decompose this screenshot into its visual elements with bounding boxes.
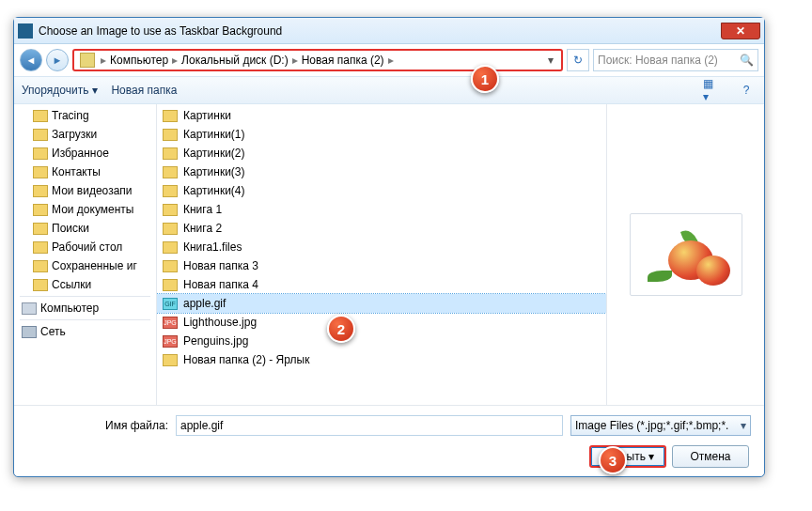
chevron-down-icon: ▾: [92, 84, 98, 97]
search-placeholder: Поиск: Новая папка (2): [598, 54, 718, 67]
app-icon: [18, 23, 33, 39]
folder-icon: [33, 110, 48, 122]
toolbar: Упорядочить▾ Новая папка ▦ ▾ ?: [14, 76, 764, 104]
cancel-button[interactable]: Отмена: [672, 445, 749, 468]
close-button[interactable]: ✕: [721, 23, 760, 39]
tree-item[interactable]: Мои документы: [14, 200, 156, 219]
folder-icon: [163, 110, 178, 122]
network-icon: [22, 326, 37, 338]
list-item[interactable]: Книга1.files: [157, 238, 606, 256]
jpg-icon: JPG: [163, 317, 178, 329]
chevron-right-icon: ▸: [386, 54, 396, 67]
chevron-down-icon[interactable]: ▾: [542, 54, 559, 67]
list-item[interactable]: Картинки: [157, 106, 606, 125]
list-item[interactable]: Картинки(1): [157, 125, 606, 144]
annotation-badge: 2: [327, 315, 355, 343]
folder-icon: [33, 260, 48, 272]
window-title: Choose an Image to use as Taskbar Backgr…: [39, 24, 282, 38]
file-list[interactable]: Картинки Картинки(1) Картинки(2) Картинк…: [157, 104, 606, 405]
folder-icon: [163, 241, 178, 254]
list-item[interactable]: Картинки(4): [157, 181, 606, 200]
folder-icon: [33, 223, 48, 235]
folder-icon: [163, 147, 178, 160]
tree-network[interactable]: Сеть: [14, 322, 156, 341]
tree-item[interactable]: Сохраненные иг: [14, 256, 156, 275]
chevron-right-icon: ▸: [99, 54, 108, 67]
preview-image: [630, 213, 742, 296]
tree-item[interactable]: Tracing: [14, 106, 156, 125]
chevron-down-icon: ▾: [741, 419, 746, 432]
list-item[interactable]: JPGLighthouse.jpg: [157, 313, 606, 332]
folder-icon: [33, 166, 48, 178]
list-item[interactable]: Картинки(3): [157, 163, 606, 181]
folder-icon: [33, 279, 48, 291]
folder-icon: [163, 185, 178, 197]
tree-computer[interactable]: Компьютер: [14, 299, 156, 317]
search-input[interactable]: Поиск: Новая папка (2) 🔍: [593, 49, 758, 71]
folder-icon: [163, 129, 178, 141]
folder-icon: [163, 166, 178, 178]
list-item[interactable]: Новая папка (2) - Ярлык: [157, 350, 606, 369]
nav-tree[interactable]: Tracing Загрузки Избранное Контакты Мои …: [14, 104, 157, 405]
titlebar[interactable]: Choose an Image to use as Taskbar Backgr…: [14, 18, 764, 44]
tree-item[interactable]: Ссылки: [14, 275, 156, 294]
search-icon: 🔍: [740, 54, 754, 67]
folder-icon: [163, 223, 178, 235]
new-folder-button[interactable]: Новая папка: [111, 84, 177, 97]
gif-icon: GIF: [163, 298, 178, 310]
folder-icon: [163, 204, 178, 216]
forward-button[interactable]: ►: [46, 49, 69, 71]
help-button[interactable]: ?: [736, 81, 757, 100]
computer-icon: [22, 302, 37, 315]
annotation-badge: 1: [471, 65, 499, 93]
organize-menu[interactable]: Упорядочить▾: [22, 84, 98, 97]
folder-icon: [33, 241, 48, 254]
tree-item[interactable]: Рабочий стол: [14, 238, 156, 256]
list-item[interactable]: JPGPenguins.jpg: [157, 332, 606, 350]
shortcut-icon: [163, 354, 178, 366]
folder-icon: [163, 260, 178, 272]
list-item[interactable]: Новая папка 3: [157, 256, 606, 275]
chevron-right-icon: ▸: [290, 54, 300, 67]
back-button[interactable]: ◄: [20, 49, 42, 71]
dialog-footer: Имя файла: Image Files (*.jpg;*.gif;*.bm…: [14, 405, 764, 481]
filename-input[interactable]: [176, 415, 563, 436]
preview-pane: [606, 104, 764, 405]
navbar: ◄ ► ▸ Компьютер ▸ Локальный диск (D:) ▸ …: [14, 44, 764, 76]
file-dialog: Choose an Image to use as Taskbar Backgr…: [13, 17, 765, 477]
folder-icon: [33, 147, 48, 160]
tree-item[interactable]: Избранное: [14, 144, 156, 163]
folder-icon: [80, 53, 95, 68]
breadcrumb-drive[interactable]: Локальный диск (D:): [180, 54, 290, 67]
list-item-selected[interactable]: GIFapple.gif: [157, 294, 606, 313]
list-item[interactable]: Книга 1: [157, 200, 606, 219]
tree-item[interactable]: Поиски: [14, 219, 156, 238]
tree-item[interactable]: Мои видеозапи: [14, 181, 156, 200]
breadcrumb-root[interactable]: Компьютер: [108, 54, 170, 67]
tree-item[interactable]: Загрузки: [14, 125, 156, 144]
list-item[interactable]: Картинки(2): [157, 144, 606, 163]
list-item[interactable]: Книга 2: [157, 219, 606, 238]
folder-icon: [33, 129, 48, 141]
close-icon: ✕: [736, 24, 745, 38]
folder-icon: [33, 204, 48, 216]
filetype-combo[interactable]: Image Files (*.jpg;*.gif;*.bmp;*.▾: [570, 415, 751, 436]
breadcrumb-folder[interactable]: Новая папка (2): [300, 54, 386, 67]
tree-item[interactable]: Контакты: [14, 163, 156, 181]
filename-label: Имя файла:: [27, 419, 168, 432]
folder-icon: [33, 185, 48, 197]
chevron-right-icon: ▸: [170, 54, 180, 67]
annotation-badge: 3: [599, 446, 627, 474]
jpg-icon: JPG: [163, 335, 178, 348]
folder-icon: [163, 279, 178, 291]
list-item[interactable]: Новая папка 4: [157, 275, 606, 294]
refresh-button[interactable]: ↻: [567, 49, 589, 71]
view-menu[interactable]: ▦ ▾: [702, 81, 723, 100]
